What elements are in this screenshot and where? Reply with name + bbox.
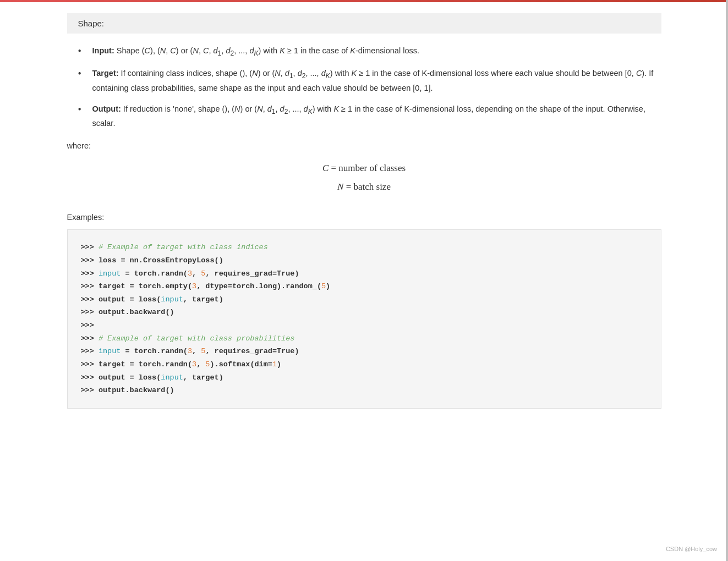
list-item-output: • Output: If reduction is 'none', shape … — [78, 103, 661, 131]
kw-8: = torch.randn( — [121, 347, 188, 355]
num-4: 3 — [192, 282, 196, 290]
equation-c: C = number of classes — [67, 159, 661, 178]
kw-8b: , — [192, 347, 201, 355]
page-container: Shape: • Input: Shape (C), (N, C) or (N,… — [34, 2, 694, 442]
bullet-content-input: Input: Shape (C), (N, C) or (N, C, d1, d… — [92, 45, 661, 59]
list-item-input: • Input: Shape (C), (N, C) or (N, C, d1,… — [78, 45, 661, 59]
bullet-content-output: Output: If reduction is 'none', shape ()… — [92, 103, 661, 131]
list-item-target: • Target: If containing class indices, s… — [78, 67, 661, 95]
comment-1: # Example of target with class indices — [98, 243, 268, 251]
comment-2: # Example of target with class probabili… — [98, 334, 294, 343]
right-border — [726, 0, 728, 442]
kw-6: output.backward() — [98, 308, 174, 316]
prompt-blank: >>> — [81, 321, 94, 329]
shape-header: Shape: — [67, 13, 661, 34]
prompt-9: >>> — [81, 360, 98, 369]
num-4c: 5 — [321, 282, 326, 290]
prompt-10: >>> — [81, 373, 98, 382]
kw-9d: ) — [277, 360, 281, 369]
code-line-4: >>> target = torch.empty(3, dtype=torch.… — [81, 280, 648, 293]
kw-5b: , target) — [183, 295, 223, 304]
code-line-2: >>> loss = nn.CrossEntropyLoss() — [81, 254, 648, 267]
code-line-10: >>> output = loss(input, target) — [81, 371, 648, 384]
kw-11: output.backward() — [98, 386, 174, 394]
where-section: where: — [67, 141, 661, 150]
kw-10b: , target) — [183, 373, 223, 382]
kw-3: = torch.randn( — [121, 270, 188, 278]
num-9a: 3 — [192, 360, 196, 369]
num-9c: 1 — [272, 360, 277, 369]
code-line-6: >>> output.backward() — [81, 306, 648, 319]
prompt-2: >>> — [81, 256, 98, 265]
kw-4b: , dtype=torch.long).random_( — [196, 282, 321, 290]
num-8a: 3 — [188, 347, 192, 355]
kw-9c: ).softmax(dim= — [210, 360, 272, 369]
kw-9b: , — [196, 360, 205, 369]
var-input-1: input — [98, 270, 121, 278]
prompt-8: >>> — [81, 347, 98, 355]
bullet-list: • Input: Shape (C), (N, C) or (N, C, d1,… — [67, 45, 661, 130]
equation-n: N = batch size — [67, 178, 661, 196]
kw-8c: , requires_grad=True) — [205, 347, 299, 355]
prompt-7: >>> — [81, 334, 98, 343]
kw-4: target = torch.empty( — [98, 282, 192, 290]
where-label: where: — [67, 141, 91, 150]
kw-3c: , requires_grad=True) — [205, 270, 299, 278]
kw-loss: loss = nn.CrossEntropyLoss() — [98, 256, 223, 265]
kw-4d: ) — [326, 282, 330, 290]
code-line-1: >>> # Example of target with class indic… — [81, 241, 648, 254]
var-input-2: input — [161, 295, 183, 304]
code-line-blank: >>> — [81, 319, 648, 332]
kw-10: output = loss( — [98, 373, 161, 382]
code-line-11: >>> output.backward() — [81, 384, 648, 397]
var-input-4: input — [161, 373, 183, 382]
code-block: >>> # Example of target with class indic… — [67, 229, 661, 409]
kw-3b: , — [192, 270, 201, 278]
code-line-3: >>> input = torch.randn(3, 5, requires_g… — [81, 267, 648, 280]
prompt-11: >>> — [81, 386, 98, 394]
prompt-3: >>> — [81, 270, 98, 278]
code-line-9: >>> target = torch.randn(3, 5).softmax(d… — [81, 358, 648, 371]
examples-header-text: Examples: — [67, 213, 105, 222]
bullet-dot-1: • — [78, 43, 88, 59]
prompt-5: >>> — [81, 295, 98, 304]
prompt-1: >>> — [81, 243, 98, 251]
num-3a: 3 — [188, 270, 192, 278]
kw-5: output = loss( — [98, 295, 161, 304]
kw-9: target = torch.randn( — [98, 360, 192, 369]
code-line-7: >>> # Example of target with class proba… — [81, 332, 648, 345]
code-line-5: >>> output = loss(input, target) — [81, 293, 648, 306]
var-input-3: input — [98, 347, 121, 355]
code-line-8: >>> input = torch.randn(3, 5, requires_g… — [81, 345, 648, 358]
prompt-4: >>> — [81, 282, 98, 290]
bullet-dot-2: • — [78, 66, 88, 82]
examples-header: Examples: — [67, 213, 661, 222]
prompt-6: >>> — [81, 308, 98, 316]
shape-header-text: Shape: — [78, 19, 105, 28]
bullet-content-target: Target: If containing class indices, sha… — [92, 67, 661, 95]
bullet-dot-3: • — [78, 102, 88, 118]
equations-block: C = number of classes N = batch size — [67, 159, 661, 196]
